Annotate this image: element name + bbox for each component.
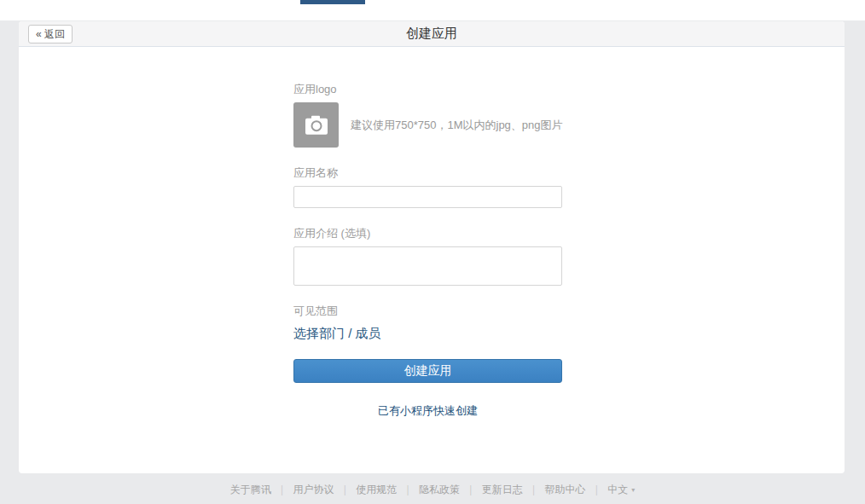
language-label: 中文: [607, 484, 628, 495]
logo-upload[interactable]: [293, 102, 339, 148]
logo-hint: 建议使用750*750，1M以内的jpg、png图片: [351, 118, 563, 133]
create-app-page: { "page": { "header": { "back_label": "«…: [0, 0, 865, 504]
footer-separator: ｜: [466, 484, 476, 495]
footer-link-changelog[interactable]: 更新日志: [482, 484, 523, 495]
select-members-link[interactable]: 选择部门 / 成员: [293, 326, 381, 342]
footer-bar: 关于腾讯｜用户协议｜使用规范｜隐私政策｜更新日志｜帮助中心｜中文▾: [0, 483, 865, 497]
camera-icon: [305, 118, 328, 134]
footer-separator: ｜: [529, 484, 539, 495]
footer-separator: ｜: [340, 484, 350, 495]
quick-create-link[interactable]: 已有小程序快速创建: [293, 403, 562, 419]
app-intro-label: 应用介绍 (选填): [293, 227, 562, 240]
footer-link-help[interactable]: 帮助中心: [545, 484, 586, 495]
footer-separator: ｜: [403, 484, 413, 495]
app-intro-textarea[interactable]: [293, 246, 562, 286]
panel-header: « 返回 创建应用: [19, 21, 845, 47]
footer-link-rules[interactable]: 使用规范: [356, 484, 397, 495]
footer-separator: ｜: [277, 484, 287, 495]
page-title: 创建应用: [406, 26, 457, 42]
app-name-label: 应用名称: [293, 166, 562, 179]
footer-link-privacy[interactable]: 隐私政策: [419, 484, 460, 495]
active-tab-indicator[interactable]: [300, 0, 365, 4]
footer-link-agreement[interactable]: 用户协议: [293, 484, 334, 495]
top-tab-band: [0, 0, 865, 20]
footer-link-about[interactable]: 关于腾讯: [230, 484, 271, 495]
app-name-input[interactable]: [293, 186, 562, 208]
create-app-panel: « 返回 创建应用 应用logo 建议使用750*750，1M以内的jpg、pn…: [19, 21, 845, 473]
create-app-form: 应用logo 建议使用750*750，1M以内的jpg、png图片 应用名称 应…: [293, 83, 562, 419]
logo-label: 应用logo: [293, 83, 562, 96]
logo-row: 建议使用750*750，1M以内的jpg、png图片: [293, 102, 562, 148]
footer-separator: ｜: [592, 484, 602, 495]
back-button[interactable]: « 返回: [28, 25, 73, 43]
create-app-button[interactable]: 创建应用: [293, 359, 562, 383]
language-switcher[interactable]: 中文▾: [607, 484, 635, 495]
chevron-down-icon: ▾: [631, 486, 635, 494]
visibility-label: 可见范围: [293, 304, 562, 317]
